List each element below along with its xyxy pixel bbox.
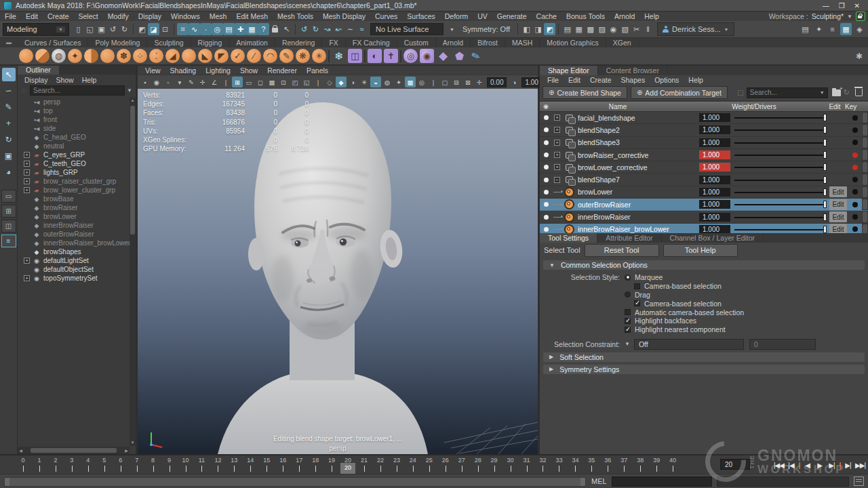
workspace-selector[interactable]: Workspace : Sculpting* ▼ (769, 12, 865, 21)
shelf-tab[interactable]: FX Caching (346, 38, 397, 47)
blend-shape-row[interactable]: −blendShape71.000 (540, 174, 868, 186)
menu-item[interactable]: Cache (532, 12, 561, 20)
frame-cell[interactable]: 8 (145, 456, 161, 474)
mel-toggle[interactable]: MEL (591, 477, 607, 485)
shape-editor-search-input[interactable]: Search...▼ (747, 87, 828, 98)
outliner-menu-item[interactable]: Display (20, 76, 52, 84)
outliner-horizontal-scrollbar[interactable]: ◀ ▶ (18, 447, 130, 454)
blend-shape-row[interactable]: +browRaiser_corrective1.000 (540, 149, 868, 161)
frame-cell[interactable]: 10 (178, 456, 194, 474)
frame-cell[interactable]: 4 (80, 456, 96, 474)
frame-cell[interactable]: 11 (193, 456, 210, 474)
menu-item[interactable]: Edit Mesh (231, 12, 273, 20)
frame-cell[interactable]: 36 (599, 456, 616, 474)
option-control[interactable] (625, 291, 631, 298)
expand-icon[interactable]: − (554, 177, 560, 183)
snap-help-icon[interactable]: ? (258, 23, 269, 35)
repeat-tool-icon[interactable]: ⁚ (149, 49, 163, 63)
live-surface-field[interactable]: No Live Surface (370, 23, 443, 35)
blend-shape-row[interactable]: outerBrowRaiser1.000Edit (540, 199, 868, 211)
render-current-icon[interactable]: ▩ (585, 23, 596, 35)
frame-cell[interactable]: 25 (421, 456, 437, 474)
user-account-chip[interactable]: Derrick Sess... ▼ (657, 22, 734, 36)
gamma-icon[interactable]: ◑ (509, 77, 519, 87)
weight-field[interactable]: 1.000 (699, 125, 730, 134)
safe-title-icon[interactable]: ◱ (301, 77, 312, 87)
expand-icon[interactable]: + (554, 127, 560, 133)
blend-shape-name[interactable]: browRaiser_corrective (575, 151, 699, 159)
reset-tool-button[interactable]: Reset Tool (585, 244, 659, 257)
scroll-up-icon[interactable]: ▲ (130, 98, 136, 104)
bookmark-icon[interactable]: ▾ (174, 77, 185, 87)
shape-editor-scrollbar[interactable] (862, 112, 868, 123)
single-pane-layout-icon[interactable]: ▭ (1, 190, 16, 203)
slider-handle[interactable] (823, 151, 827, 159)
exposure-icon[interactable]: ✛ (474, 77, 485, 87)
weight-field[interactable]: 1.000 (699, 150, 730, 159)
create-blend-shape-button[interactable]: ⊕Create Blend Shape (542, 86, 627, 99)
play-forwards-button[interactable]: ▶ (814, 458, 825, 472)
gamma-field[interactable]: 1.00 (521, 77, 541, 87)
frame-cell[interactable]: 30 (502, 456, 519, 474)
expand-icon[interactable]: + (24, 152, 30, 158)
amplify-tool-icon[interactable]: ✎ (279, 49, 294, 63)
option-control[interactable] (625, 309, 631, 315)
slider-handle[interactable] (823, 226, 827, 233)
frame-cell[interactable]: 31 (519, 456, 535, 474)
slider-handle[interactable] (823, 126, 827, 134)
visibility-column-icon[interactable]: ◉ (540, 103, 552, 110)
filter-icon[interactable]: ⬚ (737, 89, 743, 96)
weight-field[interactable]: 1.000 (699, 225, 730, 234)
expand-icon[interactable]: + (24, 258, 30, 264)
workspace-lock-icon[interactable] (856, 12, 865, 21)
shape-editor-scrollbar[interactable] (862, 149, 868, 161)
outliner-item[interactable]: C_head_GEO (18, 133, 130, 142)
output-connections-icon[interactable]: ↻ (310, 23, 321, 35)
snap-grid-icon[interactable]: ⌗ (177, 23, 189, 35)
key-dot[interactable] (848, 152, 862, 158)
stamp-target-icon[interactable]: ◉ (420, 49, 434, 63)
outliner-item[interactable]: browShapes (18, 247, 130, 256)
flatten-tool-icon[interactable] (100, 49, 115, 63)
freeze-selection-icon[interactable]: ❄ (332, 49, 346, 63)
grid-icon[interactable]: ⊞ (232, 77, 243, 87)
slider-handle[interactable] (823, 114, 827, 121)
blend-shape-name[interactable]: browLower_corrective (575, 163, 699, 171)
option-control[interactable] (625, 327, 631, 333)
lasso-select-tool-icon[interactable]: ∽ (2, 84, 16, 98)
expand-icon[interactable]: + (554, 115, 560, 121)
mirror-tool-icon[interactable]: ◐ (368, 49, 382, 63)
resolution-gate-icon[interactable]: ◻ (255, 77, 266, 87)
shape-editor-scrollbar[interactable] (862, 137, 868, 148)
separator[interactable] (173, 23, 175, 35)
frame-ruler[interactable]: 0123456789101112131415161718192020212223… (0, 456, 688, 474)
wireframe-icon[interactable]: ◇ (324, 77, 335, 87)
new-scene-icon[interactable]: ▯ (73, 23, 84, 35)
frame-cell[interactable]: 6 (113, 456, 129, 474)
fill-tool-icon[interactable]: ◤ (214, 49, 229, 63)
step-back-key-button[interactable]: | (797, 458, 801, 472)
convert-tool-icon[interactable]: ✳ (312, 49, 326, 63)
shape-editor-menu-item[interactable]: Help (684, 76, 708, 84)
symmetry-settings-section[interactable]: ▶ Symmetry Settings (543, 365, 865, 374)
gate-mask-icon[interactable]: ▩ (267, 77, 277, 87)
snap-view-plane-icon[interactable]: ▤ (223, 23, 235, 35)
rotate-tool-icon[interactable]: ↻ (2, 133, 16, 146)
expand-icon[interactable]: + (24, 161, 30, 167)
separator-icon[interactable]: | (428, 77, 439, 87)
snap-projected-center-icon[interactable]: ◎ (212, 23, 223, 35)
tool-settings-tab[interactable]: Channel Box / Layer Editor (662, 233, 764, 243)
motion-blur-icon[interactable]: ✦ (393, 77, 404, 87)
shelf-tab[interactable]: MASH (505, 38, 540, 47)
frame-cell[interactable]: 14 (242, 456, 258, 474)
menu-item[interactable]: Mesh Display (318, 12, 370, 20)
outliner-item[interactable]: +defaultLightSet (18, 256, 130, 265)
key-dot[interactable] (848, 140, 862, 145)
key-dot[interactable] (848, 214, 862, 220)
imprint-tool-icon[interactable]: ◢ (165, 49, 180, 63)
character-controls-icon[interactable]: ✦ (813, 23, 825, 35)
edit-target-button[interactable]: Edit (829, 199, 847, 210)
shape-editor-menu-item[interactable]: File (542, 76, 564, 84)
expand-icon[interactable]: + (24, 169, 30, 176)
separator[interactable] (557, 23, 559, 35)
